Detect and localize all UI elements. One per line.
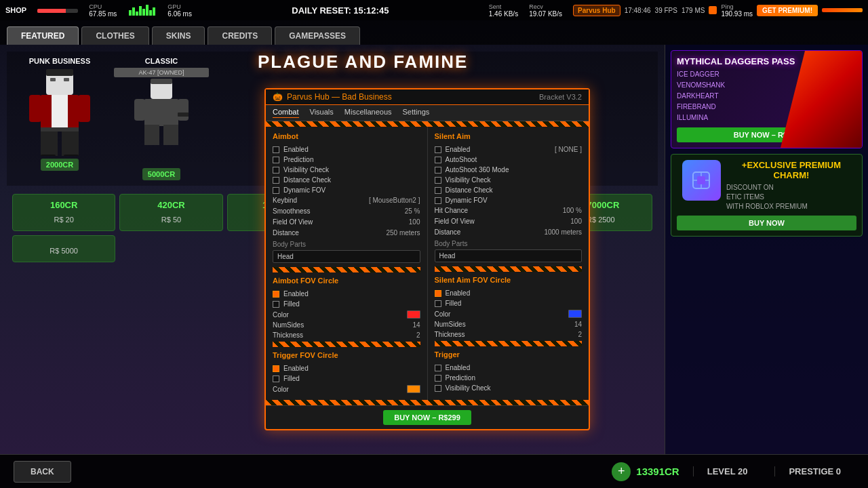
cheat-menu: 🎃 Parvus Hub — Bad Business Bracket V3.2…	[264, 88, 590, 430]
silent-enabled-checkbox[interactable]	[435, 146, 441, 153]
cpu-value: 67.85 ms	[89, 10, 117, 18]
premium-discount-text: DISCOUNT ON	[726, 183, 856, 192]
silent-distance-slider-row: Distance 1000 meters	[435, 228, 583, 236]
premium-buy-button[interactable]: BUY NOW	[677, 216, 856, 230]
tab-featured[interactable]: FEATURED	[7, 26, 79, 45]
silent-dynfov-checkbox[interactable]	[435, 197, 441, 204]
cheat-buy-button[interactable]: BUY NOW – R$299	[383, 410, 471, 425]
credit-pack-1[interactable]: 160CR R$ 20	[12, 194, 115, 231]
aimbot-smoothness-value: 25 %	[387, 207, 420, 215]
aimbot-visibility-checkbox[interactable]	[273, 167, 279, 174]
silent-autoshoot-checkbox[interactable]	[435, 157, 441, 163]
aimbot-prediction-label: Prediction	[283, 156, 420, 163]
aimbot-column: Aimbot Enabled Prediction Visibility Che…	[266, 127, 428, 400]
silent-fov-enabled-checkbox[interactable]	[435, 290, 441, 297]
shop-label: SHOP	[5, 6, 26, 14]
silent-dynfov-label: Dynamic FOV	[446, 197, 583, 204]
punk-price[interactable]: 2000CR	[41, 159, 79, 171]
featured-item-punk: PUNK BUSINESS	[12, 57, 107, 180]
ping-value: 190.93 ms	[721, 10, 753, 18]
trigger-right-enabled-checkbox[interactable]	[435, 365, 441, 371]
classic-character-image	[127, 77, 195, 165]
premium-items-text: ETIC ITEMS	[726, 192, 856, 202]
trigger-right-enabled-row: Enabled	[435, 364, 583, 371]
tab-skins[interactable]: SKINS	[152, 26, 205, 45]
tab-credits[interactable]: CREDITS	[208, 26, 272, 45]
back-button[interactable]: BACK	[14, 461, 71, 483]
aimbot-visibility-row: Visibility Check	[273, 166, 420, 174]
sent-value: 1.46 KB/s	[489, 10, 518, 18]
aimbot-enabled-checkbox[interactable]	[273, 146, 279, 153]
fov-circle-enabled-checkbox[interactable]	[273, 291, 279, 298]
aimbot-prediction-row: Prediction	[273, 156, 420, 163]
trigger-prediction-row: Prediction	[435, 374, 583, 382]
aimbot-distance-checkbox[interactable]	[273, 177, 279, 184]
aimbot-prediction-checkbox[interactable]	[273, 157, 279, 163]
mythical-banner: MYTHICAL DAGGERS PASS ICE DAGGER VENOMSH…	[671, 50, 863, 148]
svg-rect-22	[697, 176, 705, 184]
classic-item-name: CLASSIC	[114, 57, 209, 65]
classic-price[interactable]: 5000CR	[142, 168, 180, 180]
svg-rect-8	[62, 131, 79, 156]
credit-pack-2[interactable]: 420CR R$ 50	[119, 194, 222, 231]
premium-roblox-text: WITH ROBLOX PREMIUM	[726, 202, 856, 211]
aimbot-thickness-row: Thickness 2	[273, 331, 420, 339]
trigger-fov-header: Trigger FOV Circle	[273, 350, 420, 361]
trigger-enabled-checkbox[interactable]	[273, 365, 279, 372]
trigger-visibility-checkbox[interactable]	[435, 385, 441, 392]
silent-color-swatch[interactable]	[568, 310, 582, 318]
silent-thickness-label: Thickness	[435, 331, 578, 338]
silent-enabled-label: Enabled	[446, 146, 555, 153]
aimbot-keybind-row: Keybind [ MouseButton2 ]	[273, 197, 420, 204]
silent-color-row: Color	[435, 310, 583, 318]
tab-gamepasses[interactable]: GAMEPASSES	[275, 26, 360, 45]
punk-character-image	[26, 68, 94, 156]
aimbot-dynfov-checkbox[interactable]	[273, 187, 279, 194]
silent-autoshoot360-checkbox[interactable]	[435, 167, 441, 174]
get-premium-button[interactable]: GET PREMIUM!	[757, 5, 818, 16]
silent-hitchance-row: Hit Chance 100 %	[435, 207, 583, 214]
gpu-label: GPU	[167, 3, 181, 10]
tab-clothes[interactable]: CLOTHES	[81, 26, 149, 45]
cheat-nav-visuals[interactable]: Visuals	[310, 108, 334, 118]
daily-reset-timer: DAILY RESET: 15:12:45	[203, 5, 478, 16]
premium-content: +EXCLUSIVE PREMIUM CHARM! DISCOUNT ON ET…	[677, 160, 856, 211]
ping-label: Ping	[721, 3, 733, 10]
aimbot-thickness-label: Thickness	[273, 331, 416, 339]
cheat-nav-combat[interactable]: Combat	[273, 108, 299, 118]
aimbot-color-swatch[interactable]	[407, 310, 420, 319]
cheat-nav-settings[interactable]: Settings	[403, 108, 430, 118]
cheat-nav-misc[interactable]: Miscellaneous	[344, 108, 392, 118]
cpu-metric: CPU 67.85 ms	[89, 3, 117, 18]
silent-visibility-checkbox[interactable]	[435, 177, 441, 184]
stripe-mid-left	[273, 267, 420, 272]
trigger-prediction-checkbox[interactable]	[435, 375, 441, 382]
silent-fov-filled-checkbox[interactable]	[435, 300, 441, 307]
silent-fov-filled-row: Filled	[435, 300, 583, 307]
silent-hitchance-value: 100 %	[548, 207, 582, 214]
silent-distance-checkbox[interactable]	[435, 187, 441, 194]
silent-keybind-value: [ NONE ]	[555, 146, 582, 153]
silent-fov-row: Field Of View 100	[435, 218, 583, 225]
silent-aim-column: Silent Aim Enabled [ NONE ] AutoShoot Au…	[428, 127, 589, 400]
aimbot-bodyparts-select[interactable]: Head	[273, 250, 420, 263]
silent-dynfov-row: Dynamic FOV	[435, 197, 583, 204]
silent-fov-label: Field Of View	[435, 218, 549, 225]
trigger-color-swatch[interactable]	[407, 385, 420, 393]
credit-pack-7[interactable]: R$ 5000	[12, 235, 115, 262]
credit-price-6: R$ 2500	[587, 216, 615, 224]
add-credits-button[interactable]: +	[612, 462, 631, 481]
svg-rect-5	[52, 95, 68, 129]
cpu-label: CPU	[89, 3, 102, 10]
silent-numsides-label: NumSides	[435, 321, 574, 328]
silent-bodyparts-select[interactable]: Head	[435, 249, 583, 262]
fov-circle-filled-checkbox[interactable]	[273, 301, 279, 308]
aimbot-distance-label: Distance Check	[283, 176, 420, 184]
stripe-mid-right	[435, 266, 583, 272]
ms-display: 179 MS	[682, 7, 705, 14]
charm-svg	[688, 167, 715, 194]
svg-rect-19	[178, 99, 189, 121]
silent-autoshoot360-label: AutoShoot 360 Mode	[446, 166, 583, 174]
stripe-trigger-right	[435, 341, 583, 346]
trigger-filled-checkbox[interactable]	[273, 375, 279, 382]
